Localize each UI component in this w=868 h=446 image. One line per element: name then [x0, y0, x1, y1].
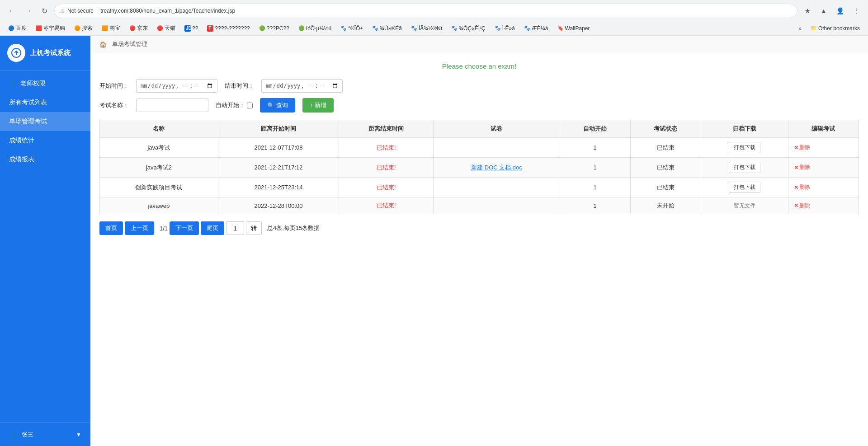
- app-container: 上机考试系统 👤 老师权限 所有考试列表 单场管理考试 成绩统计 成绩报表 👤 …: [0, 36, 868, 446]
- table-row: 创新实践项目考试 2021-12-25T23:14 已结束! 1 已结束 打包下…: [100, 178, 859, 197]
- sidebar-nav: 👤 老师权限 所有考试列表 单场管理考试 成绩统计 成绩报表: [0, 70, 90, 173]
- total-info: 总4条,每页15条数据: [267, 224, 320, 232]
- sidebar-logo: 上机考试系统: [0, 36, 90, 70]
- row-edit[interactable]: ✕ 删除: [788, 178, 859, 197]
- sidebar-user[interactable]: 👤 张三 ▼: [0, 423, 90, 446]
- bookmark-jingdong[interactable]: 🔴 京东: [127, 23, 151, 33]
- bookmark-guide[interactable]: 🟢 íóÕ·µ¼½ú: [296, 24, 334, 33]
- filter-row-dates: 开始时间： 结束时间：: [99, 79, 859, 93]
- prev-page-button[interactable]: 上一页: [125, 221, 154, 235]
- paw3-icon: 🐾: [411, 25, 417, 32]
- bookmark-search[interactable]: 🟠 搜索: [71, 23, 95, 33]
- row-edit[interactable]: ✕ 删除: [788, 158, 859, 178]
- bookmarks-more-button[interactable]: »: [796, 24, 804, 33]
- last-page-button[interactable]: 尾页: [201, 221, 224, 235]
- sidebar-item-all-exams[interactable]: 所有考试列表: [0, 93, 90, 112]
- page-jump-input[interactable]: [226, 221, 244, 235]
- security-icon: ⚠: [60, 8, 65, 14]
- paper-link[interactable]: 新建 DOC 文档.doc: [471, 164, 522, 171]
- bookmark-star-button[interactable]: ★: [801, 5, 814, 17]
- bookmark-item1[interactable]: T ????-???????: [204, 24, 252, 33]
- sidebar-item-score-stats[interactable]: 成绩统计: [0, 131, 90, 150]
- extensions-button[interactable]: ▲: [817, 5, 830, 17]
- row-end-dist: 已结束!: [339, 158, 434, 178]
- bookmark-paw6[interactable]: 🐾 ÆÈ¼á: [521, 24, 551, 33]
- col-header-download: 归档下载: [701, 120, 788, 138]
- page-display: 1/1: [160, 225, 168, 232]
- sidebar-item-score-report[interactable]: 成绩报表: [0, 150, 90, 169]
- menu-button[interactable]: ⋮: [850, 5, 863, 17]
- row-edit[interactable]: ✕ 删除: [788, 138, 859, 158]
- row-auto: 1: [560, 197, 630, 214]
- search-button[interactable]: 🔍 查询: [260, 98, 295, 113]
- refresh-button[interactable]: ↻: [38, 5, 51, 17]
- start-time-input[interactable]: [136, 79, 217, 93]
- pagination: 首页 上一页 1/1 下一页 尾页 转 总4条,每页15条数据: [99, 221, 859, 235]
- bookmark-pc[interactable]: 🟢 ???PC??: [256, 24, 292, 33]
- delete-btn[interactable]: ✕ 删除: [794, 183, 810, 191]
- next-page-button[interactable]: 下一页: [170, 221, 199, 235]
- bookmark-tianmao[interactable]: 🔴 天猫: [154, 23, 178, 33]
- bookmark-paw5[interactable]: 🐾 Ì·Ê»á: [492, 24, 518, 33]
- delete-btn[interactable]: ✕ 删除: [794, 202, 810, 210]
- col-header-name: 名称: [100, 120, 218, 138]
- row-start-dist: 2021-12-07T17:08: [218, 138, 339, 158]
- delete-btn[interactable]: ✕ 删除: [794, 144, 810, 151]
- sidebar-item-teacher-auth[interactable]: 👤 老师权限: [0, 74, 90, 93]
- bookmark-suning[interactable]: 🟥 苏宁易购: [33, 23, 68, 33]
- exam-name-label: 考试名称：: [99, 101, 129, 109]
- download-btn[interactable]: 打包下载: [729, 142, 760, 153]
- download-btn[interactable]: 打包下载: [729, 162, 760, 173]
- add-button[interactable]: + 新增: [302, 98, 334, 113]
- row-status: 已结束: [630, 158, 701, 178]
- paw5-icon: 🐾: [495, 25, 501, 32]
- user-dropdown-icon: ▼: [76, 432, 81, 438]
- row-download[interactable]: 打包下载: [701, 158, 788, 178]
- first-page-button[interactable]: 首页: [99, 221, 123, 235]
- delete-btn[interactable]: ✕ 删除: [794, 164, 810, 171]
- logo-text: 上机考试系统: [30, 49, 71, 57]
- logo-icon: [7, 44, 25, 62]
- row-edit[interactable]: ✕ 删除: [788, 197, 859, 214]
- bookmark-paw4[interactable]: 🐾 ¾ÔÇ«ÊÌ³Ç: [448, 24, 488, 33]
- bookmark-taobao[interactable]: 🟧 淘宝: [99, 23, 123, 33]
- col-header-end: 距离结束时间: [339, 120, 434, 138]
- bookmark-other[interactable]: 📁 Other bookmarks: [808, 24, 863, 33]
- bookmark-jd2[interactable]: JD ??: [182, 24, 201, 33]
- bookmark-paw2[interactable]: 🐾 ¾Ú»®Éã: [369, 24, 405, 33]
- row-name: javaweb: [100, 197, 218, 214]
- bookmark-paw1[interactable]: 🐾 °®ÎÔ±: [338, 24, 366, 33]
- breadcrumb: 🏠 单场考试管理: [90, 36, 868, 53]
- bookmark-wallpaper[interactable]: 🔖 WallPaper: [555, 24, 593, 33]
- row-paper: [434, 197, 560, 214]
- page-go-button[interactable]: 转: [246, 221, 262, 235]
- row-download[interactable]: 打包下载: [701, 138, 788, 158]
- profile-button[interactable]: 👤: [834, 5, 846, 17]
- row-name: 创新实践项目考试: [100, 178, 218, 197]
- bookmark-paw3[interactable]: 🐾 ÌÃ¾½®Nï: [408, 24, 445, 33]
- sidebar-item-single-exam[interactable]: 单场管理考试: [0, 112, 90, 131]
- col-header-start: 距离开始时间: [218, 120, 339, 138]
- row-start-dist: 2021-12-25T23:14: [218, 178, 339, 197]
- security-label: Not secure: [67, 8, 94, 14]
- forward-button[interactable]: →: [22, 5, 34, 17]
- exam-name-input[interactable]: [136, 99, 208, 112]
- row-status: 已结束: [630, 178, 701, 197]
- wallpaper-icon: 🔖: [557, 25, 564, 32]
- pc-icon: 🟢: [259, 25, 265, 32]
- row-download[interactable]: 打包下载: [701, 178, 788, 197]
- auto-start-checkbox[interactable]: [247, 103, 253, 108]
- download-btn[interactable]: 打包下载: [729, 182, 760, 193]
- baidu-icon: 🔵: [8, 25, 14, 32]
- row-start-dist: 2022-12-28T00:00: [218, 197, 339, 214]
- breadcrumb-current: 单场考试管理: [112, 40, 147, 48]
- end-time-input[interactable]: [261, 79, 343, 93]
- sidebar-item-label-teacher-auth: 老师权限: [20, 80, 46, 88]
- bookmark-baidu[interactable]: 🔵 百度: [5, 23, 29, 33]
- row-download: 暂无文件: [701, 197, 788, 214]
- row-paper[interactable]: 新建 DOC 文档.doc: [434, 158, 560, 178]
- filter-row-name: 考试名称： 自动开始： 🔍 查询 + 新增: [99, 98, 859, 113]
- back-button[interactable]: ←: [5, 5, 18, 17]
- address-bar[interactable]: ⚠ Not secure | treathy.com:8080/henu_exa…: [54, 4, 797, 18]
- col-header-status: 考试状态: [630, 120, 701, 138]
